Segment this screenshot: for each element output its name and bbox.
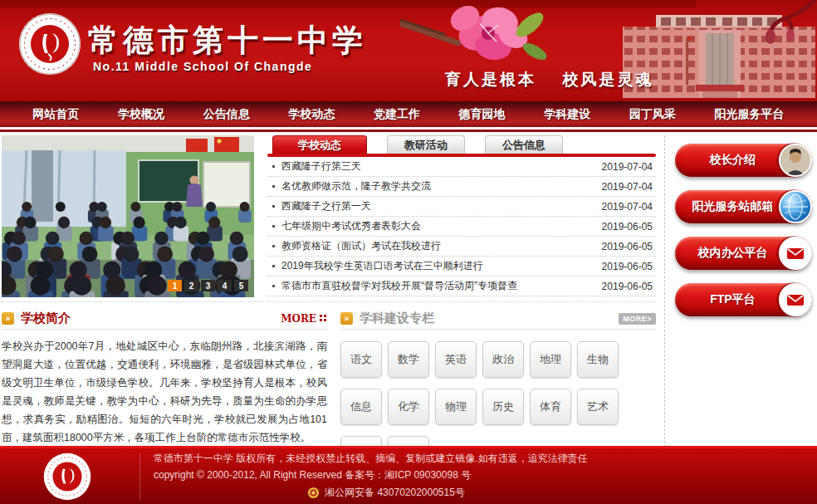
- subject-button[interactable]: 语文: [340, 341, 382, 378]
- photo-slideshow[interactable]: 12345: [2, 135, 254, 297]
- news-row[interactable]: 西藏隆子之行第一天 2019-07-04: [267, 197, 656, 217]
- news-tab[interactable]: 公告信息: [485, 135, 563, 154]
- news-title[interactable]: 七年级期中考试优秀者表彰大会: [281, 219, 594, 233]
- intro-title: 学校简介: [21, 311, 71, 326]
- subject-button[interactable]: 信息: [340, 389, 382, 425]
- footer-text: 常德市第十一中学 版权所有，未经授权禁止转载、摘编、复制或建立镜像.如有违返，追…: [154, 451, 817, 501]
- quick-link-icon: [779, 283, 812, 316]
- bullet-icon: [272, 285, 275, 287]
- mail-icon: [780, 238, 810, 268]
- subject-button[interactable]: 生物: [577, 341, 619, 378]
- quick-link-icon: [779, 237, 812, 270]
- quick-link-icon: [779, 144, 812, 177]
- intro-more-link[interactable]: MORE: [281, 313, 327, 325]
- security-record-line: 湘公网安备 43070202000515号: [154, 485, 619, 502]
- page-number[interactable]: 3: [201, 280, 215, 291]
- news-title[interactable]: 西藏隆子之行第一天: [281, 199, 594, 213]
- quick-link-button[interactable]: FTP平台: [675, 283, 812, 316]
- site-header: 常德市第十一中学 No.11 Middle School Of Changde: [0, 0, 817, 101]
- quick-link-button[interactable]: 校长介绍: [675, 144, 812, 177]
- subject-button[interactable]: 体育: [530, 389, 571, 425]
- slideshow-pager: 12345: [168, 280, 248, 291]
- news-title[interactable]: 2019年我校学生英语口语考试在三中顺利进行: [281, 259, 594, 273]
- grid-icon: [320, 315, 327, 322]
- top-row: 12345 学校动态教研活动公告信息 西藏隆子行第三天 2019-07-04: [2, 135, 656, 302]
- intro-text: 学校兴办于2000年7月，地处城区中心，东临朗州路，北接滨湖路，南望洞庭大道，位…: [2, 337, 327, 447]
- news-title[interactable]: 名优教师做示范，隆子教学共交流: [281, 179, 594, 193]
- news-title[interactable]: 教师资格证（面试）考试在我校进行: [281, 239, 594, 253]
- intro-more-label: MORE: [281, 313, 316, 325]
- news-list: 西藏隆子行第三天 2019-07-04 名优教师做示范，隆子教学共交流 2019…: [267, 157, 656, 296]
- news-date: 2019-07-04: [602, 181, 653, 193]
- subjects-more-link[interactable]: MORE>: [619, 313, 656, 325]
- copyright-line1: 常德市第十一中学 版权所有，未经授权禁止转载、摘编、复制或建立镜像.如有违返，追…: [154, 451, 817, 467]
- subject-button[interactable]: 数学: [388, 341, 429, 378]
- security-record-text: 湘公网安备 43070202000515号: [325, 485, 465, 502]
- quick-link-button[interactable]: 阳光服务站邮箱: [675, 190, 812, 223]
- nav-item[interactable]: 党建工作: [374, 107, 420, 122]
- news-date: 2019-06-05: [602, 241, 653, 252]
- quick-link-label: FTP平台: [710, 292, 755, 307]
- arrow-badge-icon: »: [2, 312, 14, 325]
- page-number[interactable]: 4: [218, 280, 232, 291]
- nav-item[interactable]: 学科建设: [544, 107, 590, 122]
- subjects-header: » 学科建设专栏 MORE>: [340, 308, 656, 330]
- bullet-icon: [272, 225, 275, 228]
- subject-button[interactable]: 政治: [482, 341, 524, 378]
- page-number[interactable]: 1: [168, 280, 182, 291]
- quick-links: 校长介绍: [675, 144, 812, 316]
- main-nav: 网站首页学校概况公告信息学校动态党建工作德育园地学科建设园丁风采阳光服务平台: [0, 101, 817, 127]
- site-title: 常德市第十一中学: [88, 20, 367, 61]
- subject-button[interactable]: 化学: [388, 389, 429, 425]
- bullet-icon: [272, 205, 275, 208]
- nav-item[interactable]: 公告信息: [203, 107, 250, 122]
- nav-item[interactable]: 学校概况: [118, 107, 164, 122]
- bullet-icon: [272, 185, 275, 188]
- header-top-strip: [0, 0, 696, 7]
- footer-divider: [139, 453, 140, 500]
- news-row[interactable]: 西藏隆子行第三天 2019-07-04: [267, 157, 656, 177]
- news-title[interactable]: 常德市市直驻校督学对我校开展“督导活动周”专项督查: [281, 279, 594, 293]
- nav-item[interactable]: 园丁风采: [629, 107, 676, 122]
- subject-button[interactable]: 艺术: [577, 389, 619, 425]
- news-row[interactable]: 名优教师做示范，隆子教学共交流 2019-07-04: [267, 177, 656, 197]
- site-footer: 常德市第十一中学 版权所有，未经授权禁止转载、摘编、复制或建立镜像.如有违返，追…: [0, 446, 817, 504]
- nav-item[interactable]: 德育园地: [459, 107, 506, 122]
- nav-item[interactable]: 阳光服务平台: [715, 107, 785, 122]
- subject-button[interactable]: 地理: [530, 341, 571, 378]
- quick-link-button[interactable]: 校内办公平台: [675, 237, 812, 270]
- news-row[interactable]: 常德市市直驻校督学对我校开展“督导活动周”专项督查 2019-06-05: [267, 276, 656, 296]
- subject-button[interactable]: 历史: [482, 389, 524, 425]
- news-row[interactable]: 2019年我校学生英语口语考试在三中顺利进行 2019-06-05: [267, 257, 656, 276]
- page-number[interactable]: 2: [184, 280, 198, 291]
- footer-school-logo: [43, 453, 91, 501]
- news-date: 2019-06-05: [602, 221, 653, 232]
- news-row[interactable]: 教师资格证（面试）考试在我校进行 2019-06-05: [267, 237, 656, 257]
- news-title[interactable]: 西藏隆子行第三天: [281, 159, 594, 174]
- bullet-icon: [272, 245, 275, 247]
- intro-header: » 学校简介 MORE: [2, 308, 327, 330]
- principal-avatar-icon: [780, 145, 810, 175]
- quick-link-icon: [779, 190, 812, 223]
- news-row[interactable]: 七年级期中考试优秀者表彰大会 2019-06-05: [267, 217, 656, 237]
- main-column: 12345 学校动态教研活动公告信息 西藏隆子行第三天 2019-07-04: [0, 135, 664, 472]
- page-number[interactable]: 5: [234, 280, 248, 291]
- arrow-badge-icon: »: [340, 312, 353, 325]
- subject-button[interactable]: 英语: [435, 341, 477, 378]
- branch-decoration-icon: [709, 0, 817, 58]
- news-date: 2019-07-04: [602, 161, 653, 173]
- nav-item[interactable]: 学校动态: [288, 107, 335, 122]
- news-tab[interactable]: 学校动态: [272, 135, 367, 154]
- police-badge-icon: [307, 487, 320, 499]
- content-area: 12345 学校动态教研活动公告信息 西藏隆子行第三天 2019-07-04: [0, 132, 817, 472]
- news-date: 2019-07-04: [602, 201, 653, 213]
- quick-link-label: 校内办公平台: [698, 246, 768, 261]
- nav-item[interactable]: 网站首页: [32, 107, 79, 122]
- mail-icon: [780, 285, 810, 315]
- subject-button[interactable]: 物理: [435, 389, 477, 425]
- news-date: 2019-06-05: [602, 281, 653, 292]
- copyright-line2: copyright © 2000-2012, All Right Reserve…: [154, 467, 817, 484]
- news-tab[interactable]: 教研活动: [387, 135, 465, 154]
- bullet-icon: [272, 165, 275, 168]
- quick-link-label: 校长介绍: [710, 153, 756, 168]
